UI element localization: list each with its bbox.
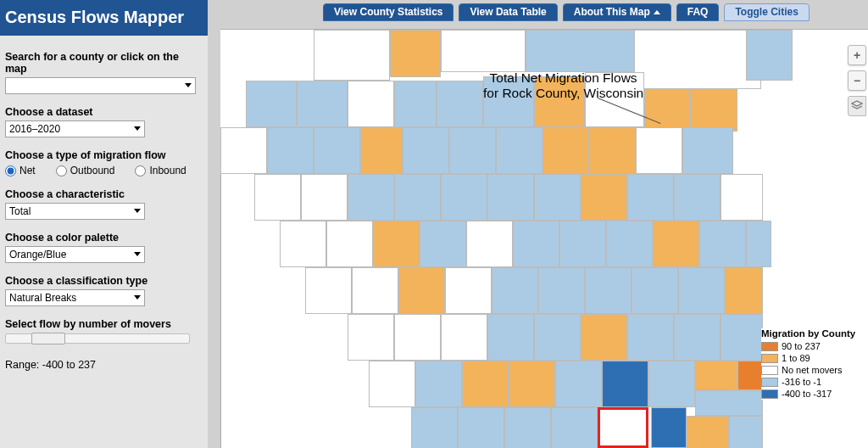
flowtype-label: Choose a type of migration flow xyxy=(5,149,203,161)
radio-outbound-input[interactable] xyxy=(56,165,67,176)
radio-inbound-input[interactable] xyxy=(135,165,146,176)
characteristic-label: Choose a characteristic xyxy=(5,188,203,200)
tab-data-table[interactable]: View Data Table xyxy=(459,3,557,21)
legend-swatch xyxy=(761,366,778,375)
classification-select[interactable]: Natural Breaks xyxy=(5,289,145,306)
radio-inbound[interactable]: Inbound xyxy=(135,165,186,176)
legend-swatch xyxy=(761,389,778,399)
tab-about-map[interactable]: About This Map xyxy=(563,3,671,21)
tab-county-stats[interactable]: View County Statistics xyxy=(323,3,453,21)
map-canvas[interactable]: Total Net Migration Flows for Rock Count… xyxy=(220,29,868,448)
layers-icon xyxy=(851,100,863,112)
top-tabs: View County Statistics View Data Table A… xyxy=(323,3,810,21)
legend: Migration by County 90 to 237 1 to 89 No… xyxy=(761,328,865,400)
classification-label: Choose a classification type xyxy=(5,275,203,287)
slider-thumb[interactable] xyxy=(31,333,65,344)
chevron-down-icon xyxy=(134,126,141,131)
radio-outbound-label: Outbound xyxy=(70,165,115,176)
tab-label: FAQ xyxy=(687,6,709,18)
controls-panel: Search for a county or click on the map … xyxy=(0,36,208,376)
radio-net[interactable]: Net xyxy=(5,165,36,176)
legend-swatch xyxy=(761,354,778,363)
minus-icon: − xyxy=(854,74,860,87)
legend-row: -400 to -317 xyxy=(761,388,865,400)
flowtype-radios: Net Outbound Inbound xyxy=(5,165,203,176)
legend-swatch xyxy=(761,378,778,387)
legend-row: 1 to 89 xyxy=(761,352,865,364)
zoom-controls: + − xyxy=(848,45,866,116)
tab-label: View County Statistics xyxy=(334,6,442,18)
legend-label: -400 to -317 xyxy=(782,388,832,400)
legend-title: Migration by County xyxy=(761,328,865,339)
legend-label: 90 to 237 xyxy=(782,340,821,352)
tab-label: About This Map xyxy=(574,6,650,18)
legend-label: 1 to 89 xyxy=(782,352,810,364)
chevron-down-icon xyxy=(134,252,141,256)
chevron-down-icon xyxy=(134,295,141,300)
triangle-up-icon xyxy=(654,10,660,14)
range-text: Range: -400 to 237 xyxy=(5,359,203,371)
legend-label: -316 to -1 xyxy=(782,376,821,388)
radio-outbound[interactable]: Outbound xyxy=(56,165,115,176)
movers-slider[interactable] xyxy=(5,333,190,344)
palette-label: Choose a color palette xyxy=(5,232,203,244)
classification-value: Natural Breaks xyxy=(9,292,76,304)
tab-label: View Data Table xyxy=(470,6,546,18)
tab-label: Toggle Cities xyxy=(735,6,798,18)
zoom-in-button[interactable]: + xyxy=(848,45,866,65)
characteristic-value: Total xyxy=(9,205,31,217)
legend-swatch xyxy=(761,342,778,351)
chevron-down-icon xyxy=(134,209,141,213)
tab-faq[interactable]: FAQ xyxy=(676,3,720,21)
characteristic-select[interactable]: Total xyxy=(5,203,145,220)
legend-row: 90 to 237 xyxy=(761,340,865,352)
legend-row: No net movers xyxy=(761,364,865,376)
dataset-select[interactable]: 2016–2020 xyxy=(5,120,145,137)
chevron-down-icon xyxy=(185,83,192,87)
palette-select[interactable]: Orange/Blue xyxy=(5,246,145,263)
dataset-label: Choose a dataset xyxy=(5,106,203,118)
search-label: Search for a county or click on the map xyxy=(5,51,203,75)
app-title: Census Flows Mapper xyxy=(0,0,208,36)
legend-label: No net movers xyxy=(782,364,843,376)
zoom-out-button[interactable]: − xyxy=(848,70,866,91)
dataset-value: 2016–2020 xyxy=(9,123,60,135)
plus-icon: + xyxy=(854,48,860,62)
tab-toggle-cities[interactable]: Toggle Cities xyxy=(724,3,809,21)
radio-net-label: Net xyxy=(19,165,36,176)
layers-button[interactable] xyxy=(848,96,866,116)
selected-county[interactable] xyxy=(598,407,648,448)
search-select[interactable] xyxy=(5,77,196,94)
sidebar: Census Flows Mapper Search for a county … xyxy=(0,0,208,448)
radio-net-input[interactable] xyxy=(5,165,16,176)
palette-value: Orange/Blue xyxy=(9,249,66,260)
slider-label: Select flow by number of movers xyxy=(5,318,203,330)
radio-inbound-label: Inbound xyxy=(149,165,186,176)
legend-row: -316 to -1 xyxy=(761,376,865,388)
